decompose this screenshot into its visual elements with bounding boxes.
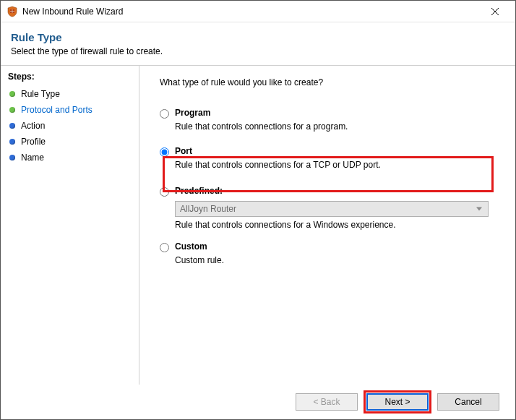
highlight-next-annotation: Next > — [364, 390, 431, 413]
step-bullet-icon — [9, 139, 15, 145]
steps-heading: Steps: — [8, 72, 132, 82]
step-bullet-icon — [9, 91, 15, 97]
radio-predefined-row[interactable]: Predefined: — [160, 186, 502, 197]
step-profile[interactable]: Profile — [8, 134, 132, 150]
back-button: < Back — [296, 393, 358, 411]
step-rule-type[interactable]: Rule Type — [8, 86, 132, 102]
option-predefined: Predefined: AllJoyn Router Rule that con… — [160, 186, 502, 230]
predefined-select[interactable]: AllJoyn Router — [175, 201, 489, 217]
wizard-footer: < Back Next > Cancel — [1, 385, 515, 419]
cancel-button-label: Cancel — [455, 397, 481, 407]
radio-custom[interactable] — [160, 243, 169, 252]
option-program: Program Rule that controls connections f… — [160, 108, 502, 132]
radio-predefined[interactable] — [160, 187, 169, 197]
option-program-desc: Rule that controls connections for a pro… — [175, 121, 502, 132]
option-custom: Custom Custom rule. — [160, 241, 502, 265]
step-bullet-icon — [9, 123, 15, 129]
option-port-label: Port — [175, 146, 192, 156]
predefined-select-wrap: AllJoyn Router — [175, 201, 502, 217]
firewall-shield-icon — [7, 6, 18, 17]
cancel-button[interactable]: Cancel — [437, 393, 499, 411]
radio-program-row[interactable]: Program — [160, 108, 502, 119]
wizard-window: New Inbound Rule Wizard Rule Type Select… — [0, 0, 516, 420]
step-protocol-ports[interactable]: Protocol and Ports — [8, 102, 132, 118]
title-bar: New Inbound Rule Wizard — [1, 1, 515, 22]
wizard-main: What type of rule would you like to crea… — [139, 66, 515, 385]
option-port: Port Rule that controls connections for … — [157, 143, 502, 174]
wizard-header: Rule Type Select the type of firewall ru… — [1, 22, 515, 66]
option-port-desc: Rule that controls connections for a TCP… — [175, 160, 499, 170]
option-predefined-label: Predefined: — [175, 186, 223, 196]
page-subtitle: Select the type of firewall rule to crea… — [11, 46, 505, 56]
step-name[interactable]: Name — [8, 150, 132, 166]
step-label: Protocol and Ports — [21, 105, 93, 115]
next-button-label: Next > — [384, 397, 410, 407]
close-icon — [491, 8, 499, 15]
step-label: Rule Type — [21, 89, 60, 99]
close-button[interactable] — [479, 1, 511, 22]
radio-port[interactable] — [160, 147, 169, 157]
option-predefined-desc: Rule that controls connections for a Win… — [175, 220, 502, 230]
steps-sidebar: Steps: Rule Type Protocol and Ports Acti… — [1, 66, 139, 385]
page-title: Rule Type — [11, 31, 505, 43]
radio-program[interactable] — [160, 109, 169, 119]
radio-port-row[interactable]: Port — [160, 146, 499, 157]
next-button[interactable]: Next > — [366, 393, 429, 411]
step-label: Name — [21, 153, 44, 163]
step-bullet-icon — [9, 155, 15, 160]
window-title: New Inbound Rule Wizard — [22, 7, 479, 17]
predefined-selected-value: AllJoyn Router — [180, 204, 236, 214]
radio-custom-row[interactable]: Custom — [160, 241, 502, 252]
step-label: Action — [21, 121, 45, 131]
option-program-label: Program — [175, 108, 210, 118]
step-action[interactable]: Action — [8, 118, 132, 134]
question-text: What type of rule would you like to crea… — [160, 77, 502, 87]
step-label: Profile — [21, 137, 46, 147]
wizard-body: Steps: Rule Type Protocol and Ports Acti… — [1, 66, 515, 385]
back-button-label: < Back — [313, 397, 340, 407]
option-custom-desc: Custom rule. — [175, 255, 502, 265]
step-bullet-icon — [9, 107, 15, 113]
option-custom-label: Custom — [175, 241, 207, 252]
